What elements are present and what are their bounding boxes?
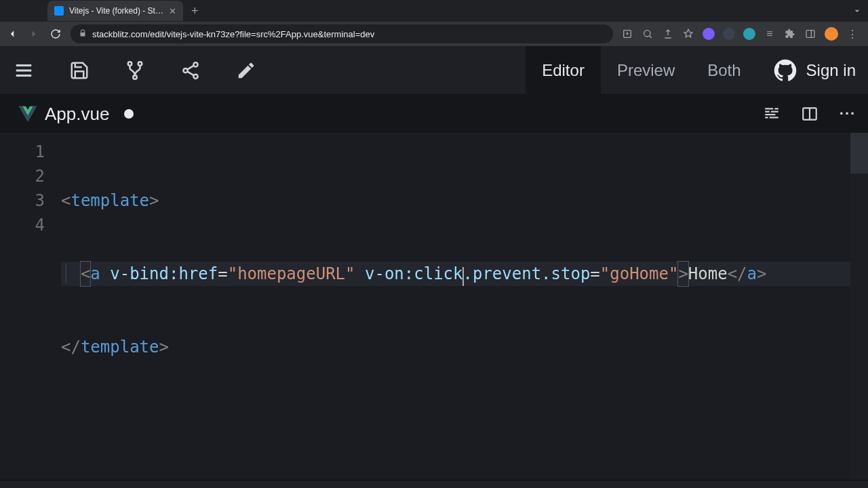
vue-logo-icon <box>19 105 37 123</box>
share-icon[interactable] <box>662 28 674 40</box>
tab-dropdown-icon[interactable] <box>850 4 864 18</box>
minimap-viewport[interactable] <box>850 133 868 174</box>
svg-point-12 <box>193 74 197 78</box>
profile-avatar[interactable] <box>825 27 838 41</box>
extension-icon[interactable] <box>723 28 735 40</box>
unsaved-indicator-icon <box>124 109 134 119</box>
view-tab-both[interactable]: Both <box>691 46 757 95</box>
extension-icon[interactable] <box>743 28 755 40</box>
browser-address-bar: stackblitz.com/edit/vitejs-vite-kn73ze?f… <box>0 22 868 46</box>
svg-line-14 <box>187 71 193 75</box>
svg-point-9 <box>133 75 137 79</box>
zoom-icon[interactable] <box>642 28 654 40</box>
svg-rect-2 <box>806 30 814 38</box>
browser-tab[interactable]: Vitejs - Vite (forked) - StackBl… ✕ <box>47 1 183 21</box>
file-tab-bar: App.vue ··· <box>0 95 868 133</box>
code-line: </template> <box>61 335 868 359</box>
hamburger-menu-icon[interactable] <box>12 59 35 82</box>
extension-icon[interactable]: ≡ <box>764 28 776 40</box>
edit-pencil-icon[interactable] <box>235 59 258 82</box>
fork-icon[interactable] <box>123 59 146 82</box>
app-toolbar: Editor Preview Both Sign in <box>0 46 868 95</box>
stackblitz-favicon-icon <box>54 6 64 16</box>
editor-more-icon[interactable]: ··· <box>838 104 857 123</box>
minimap[interactable] <box>850 133 868 480</box>
new-tab-button[interactable]: + <box>183 4 207 18</box>
browser-right-icons: ≡ ⋮ <box>621 27 863 41</box>
code-line: <template> <box>61 188 868 213</box>
browser-chrome: Vitejs - Vite (forked) - StackBl… ✕ + <box>0 0 868 22</box>
svg-point-8 <box>138 62 142 66</box>
browser-tab-strip: Vitejs - Vite (forked) - StackBl… ✕ + <box>0 0 868 22</box>
svg-point-11 <box>183 68 187 72</box>
bookmark-star-icon[interactable] <box>682 28 694 40</box>
svg-line-13 <box>187 65 193 69</box>
line-number: 4 <box>0 213 45 237</box>
line-number: 2 <box>0 164 45 188</box>
browser-tab-title: Vitejs - Vite (forked) - StackBl… <box>69 6 163 16</box>
code-content[interactable]: <template> │ <a v-bind:href="homepageURL… <box>61 133 868 480</box>
nav-forward-button[interactable] <box>27 27 41 41</box>
view-tab-editor[interactable]: Editor <box>526 46 601 95</box>
lock-icon <box>79 29 87 39</box>
svg-point-7 <box>128 62 132 66</box>
code-line <box>61 408 868 432</box>
view-tab-preview[interactable]: Preview <box>601 46 691 95</box>
file-name: App.vue <box>45 104 109 125</box>
svg-point-1 <box>644 30 650 37</box>
save-icon[interactable] <box>68 59 91 82</box>
line-number: 3 <box>0 188 45 213</box>
share-network-icon[interactable] <box>179 59 202 82</box>
code-editor[interactable]: 1 2 3 4 <template> │ <a v-bind:href="hom… <box>0 133 868 480</box>
signin-link[interactable]: Sign in <box>806 61 856 80</box>
line-number: 1 <box>0 140 45 164</box>
code-line: │ <a v-bind:href="homepageURL" v-on:clic… <box>61 262 868 286</box>
tab-close-icon[interactable]: ✕ <box>169 6 176 16</box>
install-app-icon[interactable] <box>621 28 633 40</box>
extensions-puzzle-icon[interactable] <box>784 28 796 40</box>
text-cursor <box>462 267 464 286</box>
file-tab[interactable]: App.vue <box>11 95 142 133</box>
svg-point-10 <box>193 62 197 66</box>
side-panel-icon[interactable] <box>804 28 816 40</box>
browser-menu-icon[interactable]: ⋮ <box>846 28 859 40</box>
github-icon[interactable] <box>774 59 797 82</box>
url-field[interactable]: stackblitz.com/edit/vitejs-vite-kn73ze?f… <box>71 24 613 43</box>
prettier-icon[interactable] <box>762 104 781 123</box>
line-gutter: 1 2 3 4 <box>0 133 61 480</box>
extension-icon[interactable] <box>703 28 715 40</box>
nav-reload-button[interactable] <box>49 27 62 41</box>
nav-back-button[interactable] <box>5 27 19 41</box>
split-editor-icon[interactable] <box>800 104 819 123</box>
url-text: stackblitz.com/edit/vitejs-vite-kn73ze?f… <box>92 29 374 39</box>
